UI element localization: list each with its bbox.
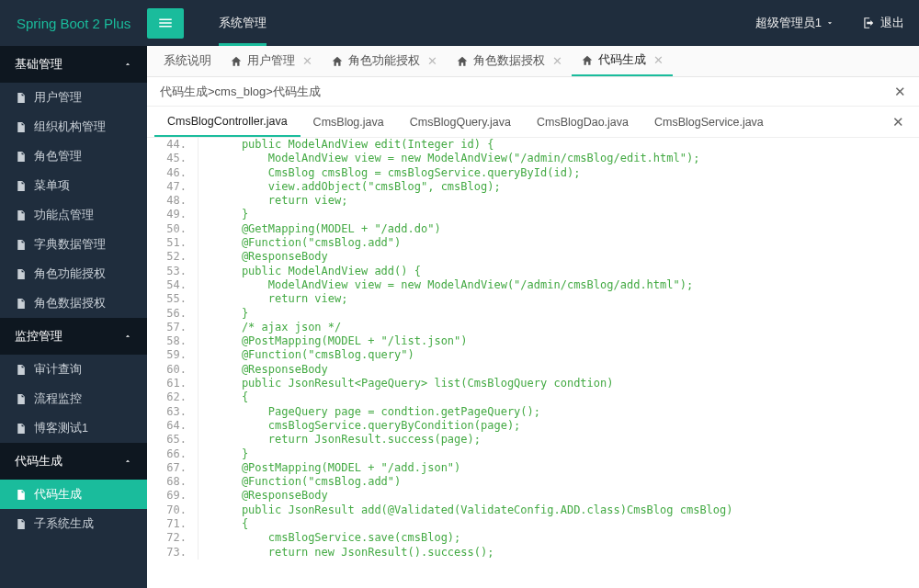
sidebar-group[interactable]: 监控管理 [0,318,147,355]
line-text: @PostMapping(MODEL + "/list.json") [199,334,468,348]
line-number: 59. [147,348,199,362]
file-tab[interactable]: CmsBlogController.java [154,107,301,137]
user-menu[interactable]: 超级管理员1 [743,15,847,31]
line-number: 51. [147,236,199,250]
file-tab[interactable]: CmsBlogService.java [641,107,777,137]
line-number: 60. [147,363,199,377]
tab-label: 角色功能授权 [348,53,420,69]
sidebar-item-label: 组织机构管理 [34,119,106,135]
line-text: return view; [199,292,348,306]
line-text: return view; [199,194,348,208]
line-text: @GetMapping(MODEL + "/add.do") [199,222,441,236]
page-tab[interactable]: 用户管理✕ [221,46,322,76]
line-text: @Function("cmsBlog.add") [199,475,401,489]
line-text: @ResponseBody [199,363,328,377]
code-line: 46. CmsBlog cmsBlog = cmsBlogService.que… [147,166,919,180]
line-number: 65. [147,433,199,447]
sidebar-item[interactable]: 代码生成 [0,480,147,509]
line-number: 58. [147,334,199,348]
sidebar-item-label: 代码生成 [34,487,82,503]
sidebar-item-label: 用户管理 [34,90,82,106]
tab-label: 用户管理 [247,53,295,69]
top-nav-system[interactable]: 系统管理 [210,0,276,46]
tab-label: 系统说明 [164,53,211,69]
code-line: 56. } [147,307,919,321]
sidebar-item-label: 字典数据管理 [34,237,106,253]
tab-close-button[interactable]: ✕ [552,54,562,68]
line-number: 49. [147,208,199,221]
page-tab[interactable]: 系统说明 [154,46,221,76]
sidebar-item-label: 博客测试1 [34,421,88,436]
file-tab-label: CmsBlogService.java [654,116,764,129]
page-tab[interactable]: 角色数据授权✕ [447,46,572,76]
code-line: 44. public ModelAndView edit(Integer id)… [147,138,919,152]
tab-close-button[interactable]: ✕ [653,53,664,67]
sidebar-item[interactable]: 用户管理 [0,83,147,112]
code-line: 45. ModelAndView view = new ModelAndView… [147,152,919,165]
sidebar-item[interactable]: 子系统生成 [0,509,147,538]
sidebar-item-label: 角色数据授权 [34,296,106,311]
sidebar-item[interactable]: 角色功能授权 [0,259,147,288]
line-text: public ModelAndView edit(Integer id) { [199,138,494,152]
sidebar-item[interactable]: 审计查询 [0,355,147,384]
tab-label: 代码生成 [598,52,646,68]
close-panel-button[interactable]: ✕ [894,84,906,100]
sidebar-item[interactable]: 流程监控 [0,384,147,413]
code-line: 67. @PostMapping(MODEL + "/add.json") [147,461,919,475]
sidebar: 基础管理用户管理组织机构管理角色管理菜单项功能点管理字典数据管理角色功能授权角色… [0,46,147,588]
file-tab[interactable]: CmsBlogQuery.java [397,107,524,137]
line-text: } [199,307,248,321]
main-area: 系统说明用户管理✕角色功能授权✕角色数据授权✕代码生成✕ 代码生成>cms_bl… [147,46,919,588]
sidebar-toggle-button[interactable] [147,8,184,39]
file-tab[interactable]: CmsBlogDao.java [524,107,641,137]
line-text: @Function("cmsBlog.add") [199,236,401,250]
line-text: return JsonResult.success(page); [199,433,481,447]
line-text: @ResponseBody [199,250,328,264]
code-line: 55. return view; [147,292,919,306]
code-line: 53. public ModelAndView add() { [147,265,919,278]
logout-button[interactable]: 退出 [847,15,919,31]
tab-close-button[interactable]: ✕ [427,54,437,68]
line-text: CmsBlog cmsBlog = cmsBlogService.queryBy… [199,166,580,180]
line-number: 71. [147,517,199,531]
line-number: 61. [147,377,199,390]
sidebar-item-label: 审计查询 [34,362,82,378]
page-tab[interactable]: 角色功能授权✕ [322,46,447,76]
sidebar-item-label: 子系统生成 [34,516,94,532]
sidebar-item[interactable]: 角色数据授权 [0,288,147,318]
page-tabs: 系统说明用户管理✕角色功能授权✕角色数据授权✕代码生成✕ [147,46,919,77]
code-editor[interactable]: 44. public ModelAndView edit(Integer id)… [147,138,919,588]
file-tab[interactable]: CmsBlog.java [301,107,397,137]
sidebar-item[interactable]: 字典数据管理 [0,230,147,259]
sidebar-item[interactable]: 菜单项 [0,171,147,200]
sidebar-item-label: 菜单项 [34,178,70,194]
code-line: 51. @Function("cmsBlog.add") [147,236,919,250]
sidebar-group[interactable]: 基础管理 [0,46,147,83]
sidebar-item-label: 流程监控 [34,391,82,407]
line-number: 57. [147,321,199,334]
chevron-up-icon [123,58,132,72]
sidebar-item[interactable]: 组织机构管理 [0,112,147,141]
line-text: public ModelAndView add() { [199,265,421,278]
file-tabs-close-button[interactable]: ✕ [885,114,912,130]
line-number: 52. [147,250,199,264]
file-tab-label: CmsBlogQuery.java [410,116,511,129]
sidebar-group-label: 基础管理 [15,56,62,73]
line-number: 70. [147,503,199,517]
line-number: 67. [147,461,199,475]
tab-label: 角色数据授权 [473,53,545,69]
sidebar-item-label: 角色功能授权 [34,266,106,282]
line-text: cmsBlogService.save(cmsBlog); [199,531,460,545]
sidebar-item[interactable]: 博客测试1 [0,413,147,443]
code-line: 64. cmsBlogService.queryByCondition(page… [147,419,919,433]
code-line: 58. @PostMapping(MODEL + "/list.json") [147,334,919,348]
sidebar-item[interactable]: 角色管理 [0,141,147,171]
sidebar-group[interactable]: 代码生成 [0,443,147,480]
tab-close-button[interactable]: ✕ [302,54,312,68]
line-number: 44. [147,138,199,152]
line-number: 50. [147,222,199,236]
page-tab[interactable]: 代码生成✕ [572,46,673,76]
code-line: 70. public JsonResult add(@Validated(Val… [147,503,919,517]
sidebar-item-label: 角色管理 [34,149,82,164]
sidebar-item[interactable]: 功能点管理 [0,200,147,230]
